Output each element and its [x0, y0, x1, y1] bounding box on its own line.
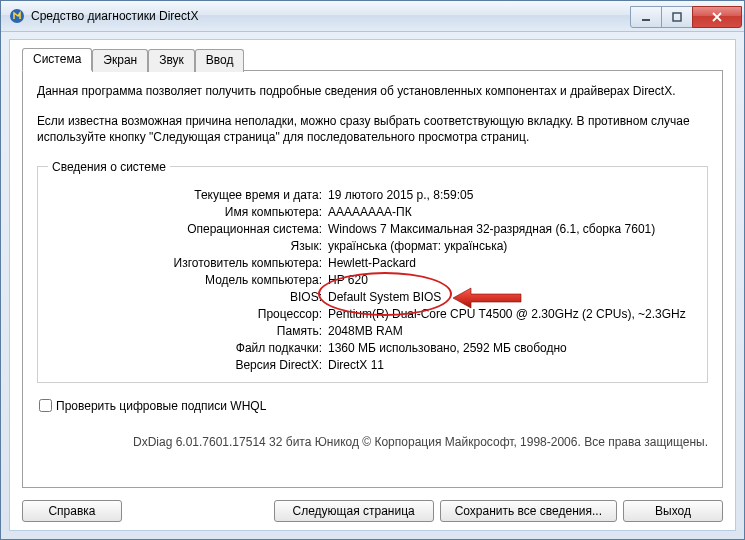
tab-label: Экран [103, 53, 137, 67]
footer-text: DxDiag 6.01.7601.17514 32 бита Юникод © … [37, 435, 708, 449]
button-label: Следующая страница [293, 504, 415, 518]
button-label: Выход [655, 504, 691, 518]
tab-system[interactable]: Система [22, 48, 92, 71]
system-info-group: Сведения о системе Текущее время и дата:… [37, 160, 708, 383]
intro-text: Данная программа позволяет получить подр… [37, 83, 708, 146]
button-label: Сохранить все сведения... [455, 504, 602, 518]
label-os: Операционная система: [48, 222, 328, 236]
button-label: Справка [48, 504, 95, 518]
label-cpu: Процессор: [48, 307, 328, 321]
system-info-grid: Текущее время и дата: 19 лютого 2015 р.,… [48, 188, 697, 372]
svg-rect-2 [673, 13, 681, 21]
app-icon [9, 8, 25, 24]
label-datetime: Текущее время и дата: [48, 188, 328, 202]
tab-strip: Система Экран Звук Ввод [22, 48, 244, 71]
label-memory: Память: [48, 324, 328, 338]
intro-line-2: Если известна возможная причина неполадк… [37, 113, 708, 145]
tab-display[interactable]: Экран [92, 49, 148, 72]
label-model: Модель компьютера: [48, 273, 328, 287]
value-datetime: 19 лютого 2015 р., 8:59:05 [328, 188, 697, 202]
maximize-button[interactable] [661, 6, 693, 28]
label-bios: BIOS: [48, 290, 328, 304]
system-info-legend: Сведения о системе [48, 160, 170, 174]
label-language: Язык: [48, 239, 328, 253]
value-manufacturer: Hewlett-Packard [328, 256, 697, 270]
tab-input[interactable]: Ввод [195, 49, 245, 72]
titlebar[interactable]: Средство диагностики DirectX [1, 1, 744, 32]
next-page-button[interactable]: Следующая страница [274, 500, 434, 522]
window-controls [631, 6, 742, 26]
minimize-button[interactable] [630, 6, 662, 28]
value-cpu: Pentium(R) Dual-Core CPU T4500 @ 2.30GHz… [328, 307, 697, 321]
window-title: Средство диагностики DirectX [31, 9, 631, 23]
label-pcname: Имя компьютера: [48, 205, 328, 219]
whql-label: Проверить цифровые подписи WHQL [56, 399, 266, 413]
value-directx: DirectX 11 [328, 358, 697, 372]
value-pagefile: 1360 МБ использовано, 2592 МБ свободно [328, 341, 697, 355]
svg-rect-1 [642, 19, 650, 21]
window-frame: Средство диагностики DirectX Система Экр… [0, 0, 745, 540]
whql-checkbox[interactable] [39, 399, 52, 412]
value-memory: 2048MB RAM [328, 324, 697, 338]
tab-label: Звук [159, 53, 184, 67]
help-button[interactable]: Справка [22, 500, 122, 522]
value-pcname: АААААААА-ПК [328, 205, 697, 219]
close-button[interactable] [692, 6, 742, 28]
intro-line-1: Данная программа позволяет получить подр… [37, 83, 708, 99]
label-manufacturer: Изготовитель компьютера: [48, 256, 328, 270]
value-bios: Default System BIOS [328, 290, 697, 304]
save-all-button[interactable]: Сохранить все сведения... [440, 500, 617, 522]
exit-button[interactable]: Выход [623, 500, 723, 522]
value-language: українська (формат: українська) [328, 239, 697, 253]
tab-label: Система [33, 52, 81, 66]
tab-label: Ввод [206, 53, 234, 67]
label-pagefile: Файл подкачки: [48, 341, 328, 355]
button-bar: Справка Следующая страница Сохранить все… [22, 500, 723, 522]
main-panel: Система Экран Звук Ввод Данная программа… [9, 39, 736, 531]
tab-sound[interactable]: Звук [148, 49, 195, 72]
whql-checkbox-row[interactable]: Проверить цифровые подписи WHQL [39, 399, 708, 413]
value-model: HP 620 [328, 273, 697, 287]
spacer [128, 500, 268, 522]
label-directx: Версия DirectX: [48, 358, 328, 372]
value-os: Windows 7 Максимальная 32-разрядная (6.1… [328, 222, 697, 236]
client-area: Система Экран Звук Ввод Данная программа… [1, 31, 744, 539]
tab-body-system: Данная программа позволяет получить подр… [22, 70, 723, 488]
